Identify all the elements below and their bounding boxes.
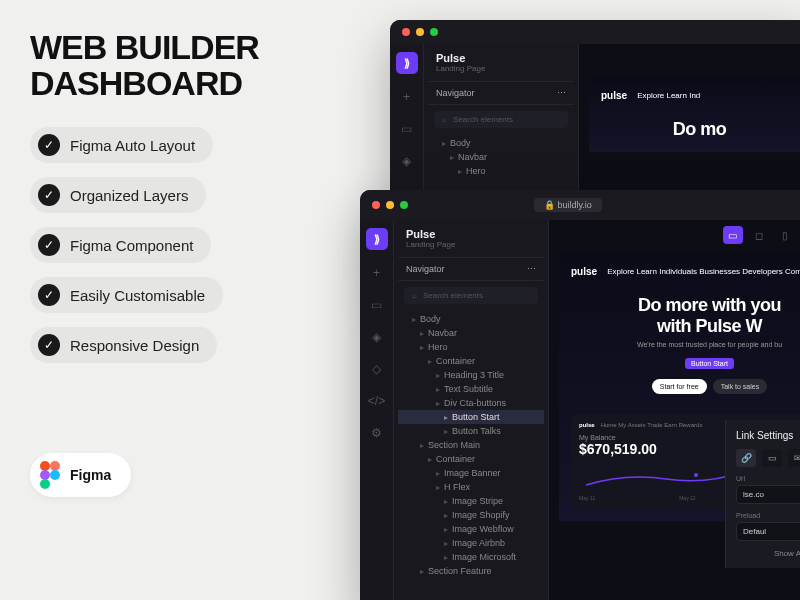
maximize-icon[interactable] (400, 201, 408, 209)
show-all-button[interactable]: Show All S (736, 549, 800, 558)
search-input[interactable]: ⌕Search elements (434, 111, 568, 128)
tablet-icon[interactable]: ▯ (775, 226, 795, 244)
page-name: Landing Page (436, 64, 566, 73)
preload-label: Preload (736, 512, 800, 519)
feature-pill: ✓Easily Customisable (30, 277, 223, 313)
close-icon[interactable] (402, 28, 410, 36)
tree-node[interactable]: ▸Navbar (428, 150, 574, 164)
feature-text: Figma Auto Layout (70, 137, 195, 154)
page-icon[interactable]: ▭ (398, 120, 416, 138)
settings-icon[interactable]: ⚙ (368, 424, 386, 442)
search-icon: ⌕ (412, 291, 417, 300)
page-link-icon[interactable]: ▭ (762, 449, 782, 467)
tree-node[interactable]: ▸Container (398, 452, 544, 466)
code-icon[interactable]: </> (368, 392, 386, 410)
link-icon[interactable]: 🔗 (736, 449, 756, 467)
window-front: 🔒 buildly.io ⟫ + ▭ ◈ ◇ </> ⚙ Pulse Landi… (360, 190, 800, 600)
promo-title: WEB BUILDERDASHBOARD (30, 30, 360, 101)
layers-icon[interactable]: ◈ (368, 328, 386, 346)
titlebar: 🔒 buildly.io (360, 190, 800, 220)
hero-heading: Do more with youwith Pulse W (571, 295, 800, 337)
hero-subtitle: We're the most trusted place for people … (571, 341, 800, 348)
project-name: Pulse (436, 52, 566, 64)
tree-node[interactable]: ▸Section Main (398, 438, 544, 452)
tree-node[interactable]: ▸Image Shopify (398, 508, 544, 522)
feature-list: ✓Figma Auto Layout✓Organized Layers✓Figm… (30, 127, 360, 363)
mail-icon[interactable]: ✉ (788, 449, 800, 467)
plus-icon[interactable]: + (398, 88, 416, 106)
minimize-icon[interactable] (416, 28, 424, 36)
app-logo-icon[interactable]: ⟫ (366, 228, 388, 250)
tree-node[interactable]: ▸Image Webflow (398, 522, 544, 536)
project-name: Pulse (406, 228, 536, 240)
check-icon: ✓ (38, 334, 60, 356)
close-icon[interactable] (372, 201, 380, 209)
feature-text: Easily Customisable (70, 287, 205, 304)
titlebar (390, 20, 800, 44)
components-icon[interactable]: ◇ (368, 360, 386, 378)
page-name: Landing Page (406, 240, 536, 249)
preload-select[interactable]: Defaul (736, 522, 800, 541)
check-icon: ✓ (38, 284, 60, 306)
feature-pill: ✓Figma Auto Layout (30, 127, 213, 163)
svg-point-0 (694, 473, 698, 477)
address-bar[interactable]: 🔒 buildly.io (534, 198, 602, 212)
figma-label: Figma (70, 467, 111, 483)
figma-icon (40, 461, 60, 489)
tree-node[interactable]: ▸Button Start (398, 410, 544, 424)
sales-button[interactable]: Talk to sales (713, 379, 768, 394)
tree-node[interactable]: ▸Text Subtitle (398, 382, 544, 396)
navigator-header: Navigator⋯ (428, 81, 574, 105)
search-input[interactable]: ⌕Search elements (404, 287, 538, 304)
app-logo-icon[interactable]: ⟫ (396, 52, 418, 74)
tree-node[interactable]: ▸Navbar (398, 326, 544, 340)
tree-node[interactable]: ▸Container (398, 354, 544, 368)
feature-text: Figma Component (70, 237, 193, 254)
url-label: Url (736, 475, 800, 482)
feature-text: Responsive Design (70, 337, 199, 354)
tree-node[interactable]: ▸H Flex (398, 480, 544, 494)
desktop-icon[interactable]: ▭ (723, 226, 743, 244)
tree-node[interactable]: ▸Body (398, 312, 544, 326)
tree-node[interactable]: ▸Image Stripe (398, 494, 544, 508)
tree-node[interactable]: ▸Hero (398, 340, 544, 354)
feature-pill: ✓Responsive Design (30, 327, 217, 363)
tree-node[interactable]: ▸Image Airbnb (398, 536, 544, 550)
minimize-icon[interactable] (386, 201, 394, 209)
hero-text: Do mo (601, 119, 798, 140)
search-icon: ⌕ (442, 115, 447, 124)
url-input[interactable]: lse.co (736, 485, 800, 504)
inspector-panel: Link Settings 🔗 ▭ ✉ 📞 Url lse.co Preload… (725, 420, 800, 568)
figma-badge: Figma (30, 453, 131, 497)
page-icon[interactable]: ▭ (368, 296, 386, 314)
laptop-icon[interactable]: ◻ (749, 226, 769, 244)
tree-node[interactable]: ▸Section Feature (398, 564, 544, 578)
left-rail: ⟫ + ▭ ◈ ◇ </> ⚙ (360, 220, 394, 600)
more-icon[interactable]: ⋯ (557, 88, 566, 98)
tree-node[interactable]: ▸Heading 3 Title (398, 368, 544, 382)
maximize-icon[interactable] (430, 28, 438, 36)
start-button[interactable]: Start for free (652, 379, 707, 394)
selection-tag[interactable]: Button Start (685, 358, 734, 369)
tree-node[interactable]: ▸Image Microsoft (398, 550, 544, 564)
navigator-header: Navigator⋯ (398, 257, 544, 281)
site-nav: pulse Explore Learn Ind (601, 90, 798, 101)
device-toolbar: ▭ ◻ ▯ ▮ 144 (723, 226, 800, 244)
feature-pill: ✓Organized Layers (30, 177, 206, 213)
feature-text: Organized Layers (70, 187, 188, 204)
tree-node[interactable]: ▸Div Cta-buttons (398, 396, 544, 410)
layers-icon[interactable]: ◈ (398, 152, 416, 170)
tree-node[interactable]: ▸Hero (428, 164, 574, 178)
feature-pill: ✓Figma Component (30, 227, 211, 263)
plus-icon[interactable]: + (368, 264, 386, 282)
tree-node[interactable]: ▸Body (428, 136, 574, 150)
check-icon: ✓ (38, 134, 60, 156)
more-icon[interactable]: ⋯ (527, 264, 536, 274)
check-icon: ✓ (38, 234, 60, 256)
site-nav: pulse Explore Learn Individuals Business… (571, 266, 800, 277)
check-icon: ✓ (38, 184, 60, 206)
tree-node[interactable]: ▸Button Talks (398, 424, 544, 438)
tree-node[interactable]: ▸Image Banner (398, 466, 544, 480)
inspector-title: Link Settings (736, 430, 800, 441)
